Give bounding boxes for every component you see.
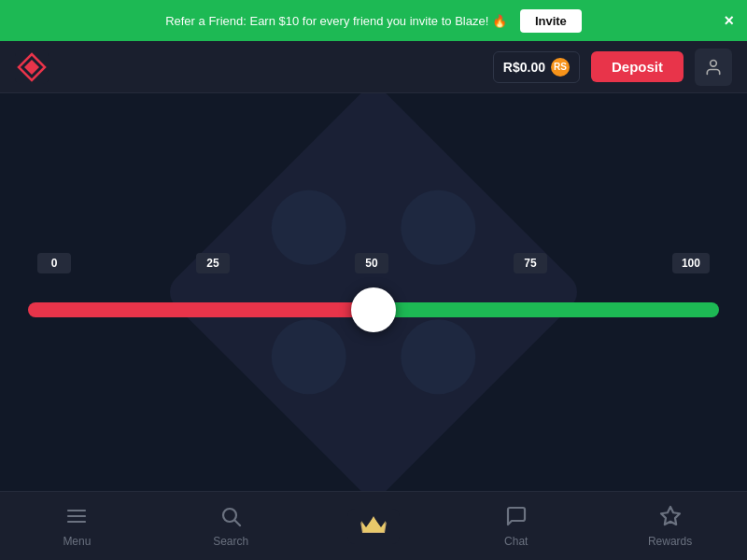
crown-icon (347, 509, 400, 544)
balance-value: R$0.00 (503, 60, 545, 75)
slider-section: 0 25 50 75 100 (19, 253, 728, 331)
logo-icon (15, 50, 49, 84)
banner-close-button[interactable]: × (724, 11, 734, 31)
invite-button[interactable]: Invite (520, 9, 582, 33)
header: R$0.00 RS Deposit (0, 41, 747, 93)
nav-item-search[interactable]: Search (193, 505, 268, 548)
profile-button[interactable] (695, 49, 732, 86)
svg-marker-10 (361, 517, 386, 532)
slider-container[interactable] (28, 288, 719, 331)
scale-50: 50 (355, 253, 388, 273)
nav-label-chat: Chat (504, 535, 528, 548)
slider-track (28, 302, 719, 317)
main-content: 0 25 50 75 100 (0, 93, 747, 491)
nav-item-rewards[interactable]: Rewards (633, 505, 708, 548)
menu-icon (65, 505, 88, 531)
scale-75: 75 (514, 253, 547, 273)
scale-0: 0 (37, 253, 71, 273)
nav-item-menu[interactable]: Menu (39, 505, 114, 548)
chat-icon (505, 505, 528, 531)
bottom-navigation: Menu Search Chat (0, 491, 747, 560)
svg-marker-11 (661, 507, 680, 525)
balance-display: R$0.00 RS (493, 51, 580, 83)
user-icon (704, 58, 723, 77)
nav-label-search: Search (213, 535, 248, 548)
svg-point-3 (711, 60, 717, 66)
deposit-button[interactable]: Deposit (591, 51, 684, 82)
scale-labels: 0 25 50 75 100 (28, 253, 719, 273)
nav-label-menu: Menu (63, 535, 91, 548)
currency-icon: RS (551, 58, 570, 77)
svg-line-8 (235, 520, 241, 525)
promo-banner: Refer a Friend: Earn $10 for every frien… (0, 0, 747, 41)
nav-item-home[interactable] (347, 509, 400, 544)
rewards-icon (659, 505, 682, 531)
search-icon (219, 505, 242, 531)
nav-item-chat[interactable]: Chat (479, 505, 554, 548)
banner-text: Refer a Friend: Earn $10 for every frien… (165, 14, 507, 28)
scale-100: 100 (672, 253, 710, 273)
scale-25: 25 (196, 253, 230, 273)
nav-label-rewards: Rewards (648, 535, 692, 548)
slider-thumb[interactable] (351, 287, 396, 332)
